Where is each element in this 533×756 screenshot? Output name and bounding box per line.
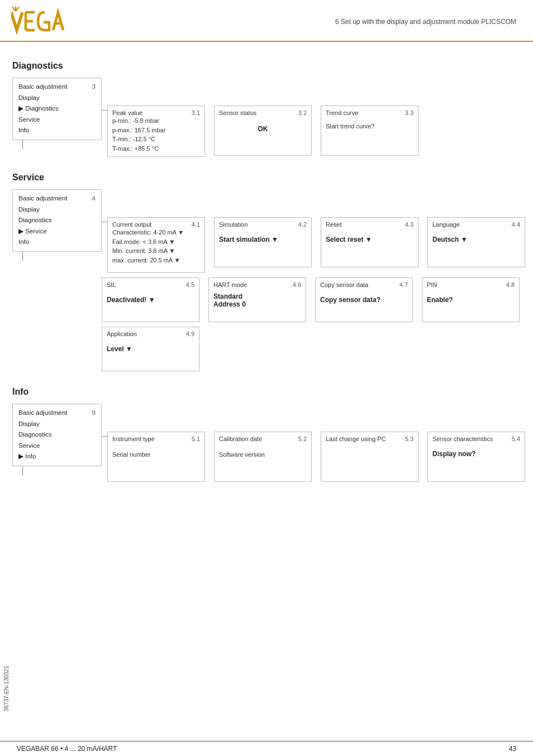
info-menu-diag[interactable]: Diagnostics [18, 429, 96, 441]
peak-value-box: Peak value3.1 p-min.: -5.8 mbar p-max.: … [107, 106, 205, 157]
info-menu-basic[interactable]: Basic adjustment [18, 408, 96, 419]
last-change-box: Last change using PC5.3 [321, 432, 418, 482]
info-heading: Info [12, 387, 516, 397]
info-section: Info 9 Basic adjustment Display Diagnost… [12, 387, 516, 482]
reset-box: Reset4.3 Select reset ▼ [321, 217, 418, 267]
page-wrapper: 6 Set up with the display and adjustment… [0, 0, 533, 756]
svc-menu-service[interactable]: Service [18, 226, 96, 237]
info-menu-display[interactable]: Display [18, 419, 96, 430]
footer-page-number: 43 [509, 745, 516, 753]
info-menu: 9 Basic adjustment Display Diagnostics S… [12, 404, 102, 466]
sidebar-document-id: 36737-EN-130321 [3, 112, 9, 711]
current-output-box: Current output4.1 Characteristic: 4-20 m… [107, 217, 205, 273]
copy-sensor-box: Copy sensor data4.7 Copy sensor data? [315, 277, 413, 322]
info-menu-service[interactable]: Service [18, 441, 96, 452]
top-header: 6 Set up with the display and adjustment… [0, 0, 533, 42]
info-menu-info[interactable]: Info [18, 451, 96, 462]
service-heading: Service [12, 173, 516, 183]
svc-menu-diag[interactable]: Diagnostics [18, 215, 96, 226]
menu-item-service[interactable]: Service [18, 114, 96, 126]
svc-menu-display[interactable]: Display [18, 204, 96, 216]
pin-box: PIN4.8 Enable? [422, 277, 520, 322]
menu-item-basic[interactable]: Basic adjustment [18, 82, 96, 93]
diagnostics-section: Diagnostics 3 Basic adjustment Display D… [12, 61, 516, 157]
menu-item-display[interactable]: Display [18, 93, 96, 104]
trend-curve-box: Trend curve3.3 Start trend curve? [321, 106, 418, 156]
svc-menu-info[interactable]: Info [18, 237, 96, 248]
service-section: Service 4 Basic adjustment Display Diagn… [12, 173, 516, 371]
calibration-date-box: Calibration date5.2 Software version [214, 432, 312, 482]
service-menu: 4 Basic adjustment Display Diagnostics S… [12, 189, 102, 252]
footer-product-name: VEGABAR 66 • 4 ... 20 mA/HART [17, 745, 117, 753]
simulation-box: Simulation4.2 Start simulation ▼ [214, 217, 312, 267]
header-subtitle: 6 Set up with the display and adjustment… [335, 18, 516, 26]
svc-menu-basic[interactable]: Basic adjustment [18, 193, 96, 204]
page-footer: VEGABAR 66 • 4 ... 20 mA/HART 43 [0, 741, 533, 756]
diagnostics-menu: 3 Basic adjustment Display Diagnostics S… [12, 78, 102, 140]
hart-mode-box: HART mode4.6 Standard Address 0 [208, 277, 306, 322]
sil-box: SIL4.5 Deactivated! ▼ [102, 277, 199, 322]
sensor-char-box: Sensor characteristics5.4 Display now? [427, 432, 525, 482]
menu-item-info[interactable]: Info [18, 125, 96, 136]
diagnostics-heading: Diagnostics [12, 61, 516, 71]
vega-logo [11, 7, 78, 36]
sensor-status-box: Sensor status3.2 OK [214, 106, 312, 156]
instrument-type-box: Instrument type5.1 Serial number [107, 432, 205, 482]
menu-item-diagnostics[interactable]: Diagnostics [18, 103, 96, 114]
application-box: Application4.9 Level ▼ [102, 327, 199, 371]
language-box: Language4.4 Deutsch ▼ [427, 217, 525, 267]
